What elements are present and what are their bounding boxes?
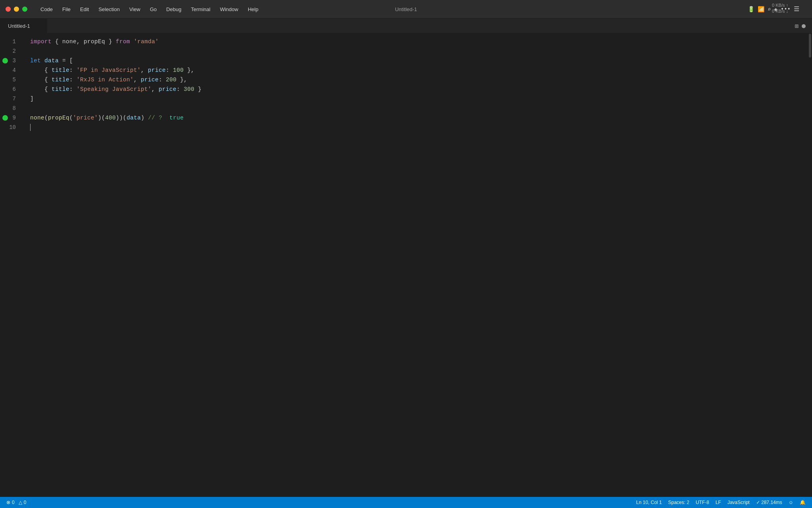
menu-edit[interactable]: Edit (75, 5, 94, 14)
encoding[interactable]: UTF-8 (693, 499, 712, 506)
line-4: 4 (0, 65, 21, 75)
finder-icon[interactable]: ◈ (774, 6, 777, 13)
indent (30, 86, 37, 92)
indentation[interactable]: Spaces: 2 (666, 499, 691, 506)
line-number-label: 9 (13, 113, 16, 123)
val-rxjs: 'RxJS in Action' (77, 77, 134, 83)
comma-price3: , (151, 86, 159, 92)
comment-text: // ? (148, 115, 169, 121)
feedback-icon[interactable]: ☺ (786, 499, 796, 506)
search-icon[interactable]: ⌕ (768, 6, 771, 13)
code-line-6: { title: 'Speaking JavaScript', price: 3… (30, 85, 812, 94)
tab-untitled[interactable]: Untitled-1 (0, 19, 48, 34)
line-8: 8 (0, 104, 21, 113)
key-title3: title (52, 86, 69, 92)
brace-open: { (37, 67, 52, 73)
vertical-scrollbar[interactable] (808, 34, 812, 497)
identifier-propEq: propEq (84, 38, 105, 45)
line-number-label: 6 (13, 85, 16, 94)
menu-debug[interactable]: Debug (161, 5, 186, 14)
brace-close: }, (184, 67, 194, 73)
val-100: 100 (173, 67, 184, 73)
val-300: 300 (184, 86, 194, 92)
line-10: 10 (0, 123, 21, 132)
equals-bracket: = [ (59, 58, 73, 64)
code-line-2 (30, 46, 812, 56)
keyword-import: import (30, 38, 52, 45)
comma-price: , (141, 67, 148, 73)
close-button[interactable] (6, 7, 11, 12)
punct: { (52, 38, 62, 45)
menu-terminal[interactable]: Terminal (186, 5, 215, 14)
status-bar: ⊗ 0 △ 0 Ln 10, Col 1 Spaces: 2 UTF-8 LF … (0, 497, 812, 508)
key-price3: price (159, 86, 176, 92)
code-line-1: import { none, propEq } from 'ramda' (30, 37, 812, 46)
comma-price2: , (134, 77, 141, 83)
brace-close2: }, (176, 77, 187, 83)
line-7: 7 (0, 94, 21, 104)
comma: , (77, 38, 84, 45)
space (41, 58, 44, 64)
line-number-label: 3 (13, 56, 16, 65)
tab-label: Untitled-1 (8, 23, 30, 29)
maximize-button[interactable] (22, 7, 27, 12)
keyword-from: from (116, 38, 130, 45)
code-line-9: none(propEq('price')(400))(data) // ? tr… (30, 113, 812, 123)
notifications-icon[interactable]: 🔔 (797, 499, 808, 506)
menu-selection[interactable]: Selection (94, 5, 124, 14)
line-1: 1 (0, 37, 21, 46)
str-price: 'price' (73, 115, 98, 121)
tab-bar: Untitled-1 ⊞ (0, 19, 812, 34)
language-mode[interactable]: JavaScript (725, 499, 752, 506)
split-editor-icon[interactable]: ⊞ (795, 22, 799, 30)
line-number-label: 2 (13, 46, 16, 56)
menu-code[interactable]: Code (36, 5, 57, 14)
key-title2: title (52, 77, 69, 83)
code-editor[interactable]: import { none, propEq } from 'ramda' let… (24, 34, 812, 497)
breakpoint-icon[interactable] (2, 58, 8, 64)
line-ending[interactable]: LF (713, 499, 724, 506)
code-line-7: ] (30, 94, 812, 104)
line-number-label: 1 (13, 37, 16, 46)
error-count[interactable]: ⊗ 0 △ 0 (4, 499, 29, 506)
editor: 1 2 3 4 5 6 7 8 9 10 (0, 34, 812, 497)
space (130, 38, 134, 45)
line-number-label: 7 (13, 94, 16, 104)
menu-help[interactable]: Help (243, 5, 263, 14)
line-numbers-gutter: 1 2 3 4 5 6 7 8 9 10 (0, 34, 24, 497)
line-5: 5 (0, 75, 21, 85)
val-speaking: 'Speaking JavaScript' (77, 86, 151, 92)
menu-view[interactable]: View (124, 5, 145, 14)
var-data: data (44, 58, 59, 64)
colon: : (69, 67, 77, 73)
status-right-group: Ln 10, Col 1 Spaces: 2 UTF-8 LF JavaScri… (634, 499, 808, 506)
fn-propEq: propEq (48, 115, 69, 121)
line-3: 3 (0, 56, 21, 65)
val-200: 200 (166, 77, 176, 83)
minimize-button[interactable] (14, 7, 19, 12)
keyword-let: let (30, 58, 41, 64)
colon2: : (166, 67, 173, 73)
more-icon[interactable]: ••• (781, 6, 791, 12)
identifier-none: none (62, 38, 77, 45)
line-2: 2 (0, 46, 21, 56)
menu-go[interactable]: Go (145, 5, 161, 14)
brace-open2: { (37, 77, 52, 83)
val-fp: 'FP in JavaScript' (77, 67, 141, 73)
menu-bar: Code File Edit Selection View Go Debug T… (0, 5, 263, 14)
menu-window[interactable]: Window (215, 5, 243, 14)
var-data2: data (126, 115, 141, 121)
menu-file[interactable]: File (57, 5, 75, 14)
cursor-position[interactable]: Ln 10, Col 1 (634, 499, 665, 506)
line-number-label: 4 (13, 65, 16, 75)
breakpoint-icon[interactable] (2, 115, 8, 121)
scrollbar-thumb[interactable] (809, 34, 811, 58)
line-number-label: 5 (13, 75, 16, 85)
tab-controls: ⊞ (795, 22, 812, 30)
colon3: : (69, 77, 77, 83)
paren3: )( (98, 115, 105, 121)
key-price2: price (141, 77, 159, 83)
line-number-label: 10 (9, 123, 16, 132)
key-price: price (148, 67, 166, 73)
list-icon[interactable]: ☰ (794, 5, 799, 13)
